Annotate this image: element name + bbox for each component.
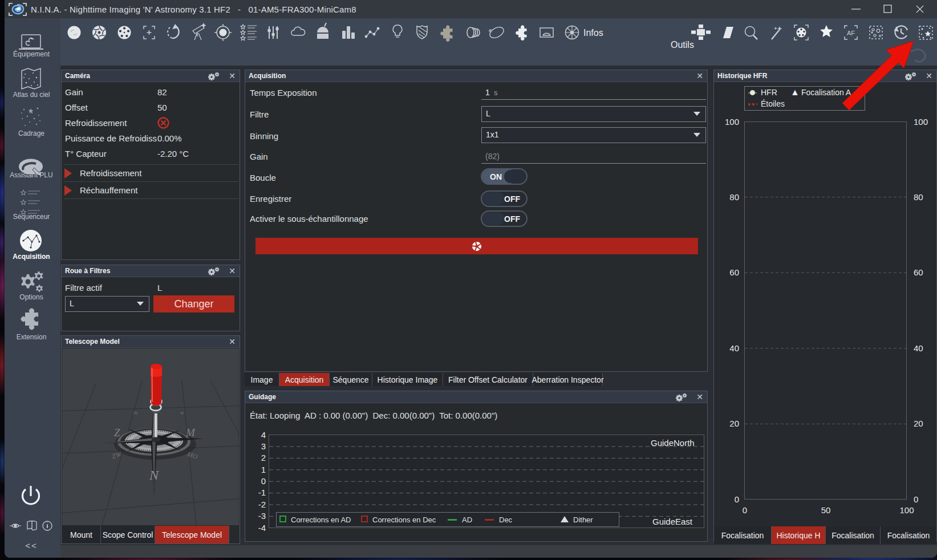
- svg-text:MO: MO: [185, 450, 198, 461]
- svg-text:80: 80: [729, 192, 739, 202]
- svg-text:60: 60: [914, 267, 923, 277]
- svg-text:Atlas du ciel: Atlas du ciel: [13, 91, 50, 99]
- svg-text:N: N: [149, 468, 160, 482]
- svg-text:-4: -4: [258, 523, 266, 533]
- svg-text:3: 3: [261, 441, 266, 451]
- svg-text:40: 40: [729, 343, 739, 353]
- svg-text:Outils: Outils: [671, 40, 694, 50]
- svg-text:0: 0: [261, 476, 266, 486]
- svg-text:100: 100: [914, 117, 928, 127]
- svg-text:2: 2: [261, 453, 266, 462]
- svg-text:0: 0: [743, 505, 747, 515]
- svg-text:1: 1: [261, 465, 266, 474]
- svg-text:40: 40: [914, 343, 923, 353]
- svg-text:Assistant PLU: Assistant PLU: [10, 171, 52, 179]
- svg-text:80: 80: [914, 192, 923, 202]
- svg-text:<<: <<: [25, 541, 38, 550]
- svg-text:20: 20: [729, 419, 739, 428]
- svg-text:-3: -3: [258, 511, 266, 521]
- svg-text:-1: -1: [258, 488, 266, 497]
- svg-text:100: 100: [899, 505, 914, 515]
- svg-text:100: 100: [725, 117, 739, 127]
- svg-text:Équipement: Équipement: [13, 50, 50, 58]
- svg-text:Z: Z: [114, 427, 120, 439]
- svg-text:4: 4: [261, 430, 266, 440]
- svg-text:50: 50: [821, 505, 831, 515]
- svg-text:Séquenceur: Séquenceur: [13, 213, 50, 221]
- svg-text:m: m: [133, 409, 137, 416]
- svg-text:20: 20: [914, 419, 923, 428]
- svg-text:0: 0: [735, 494, 739, 504]
- svg-text:M: M: [185, 427, 196, 439]
- svg-text:Cadrage: Cadrage: [18, 129, 44, 137]
- svg-text:0: 0: [914, 494, 918, 504]
- svg-text:Options: Options: [19, 293, 43, 301]
- svg-text:Infos: Infos: [583, 28, 603, 38]
- svg-text:-2: -2: [258, 500, 266, 509]
- svg-text:60: 60: [729, 267, 739, 277]
- svg-text:w: w: [180, 409, 184, 416]
- svg-text:Acquisition: Acquisition: [13, 253, 50, 261]
- svg-text:Extension: Extension: [17, 333, 47, 341]
